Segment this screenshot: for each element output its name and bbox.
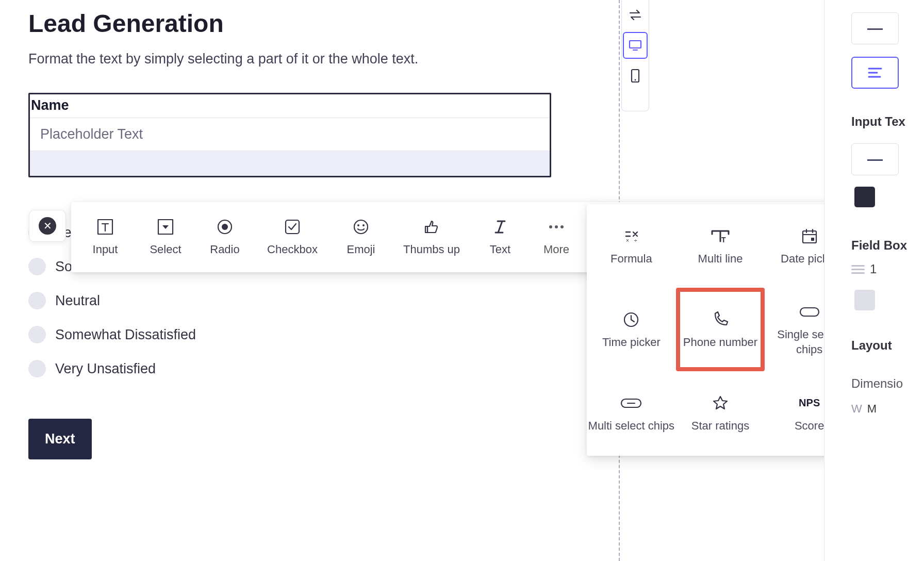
chip-minus-icon: [619, 393, 643, 414]
formula-icon: ×÷: [622, 226, 640, 246]
more-icon: [546, 218, 567, 236]
tool-input[interactable]: Input: [75, 202, 135, 272]
clock-icon: [622, 309, 640, 330]
tool-emoji[interactable]: Emoji: [331, 202, 391, 272]
color-swatch-light[interactable]: [854, 290, 875, 310]
desktop-view-button[interactable]: [623, 32, 648, 59]
field-expand-bar[interactable]: [30, 151, 550, 176]
width-input[interactable]: W M: [851, 402, 924, 416]
collapse-button[interactable]: —: [851, 143, 899, 175]
radio-option[interactable]: Somewhat Dissatisfied: [28, 326, 544, 343]
tool-multi-select-chips[interactable]: Multi select chips: [587, 371, 676, 455]
tool-thumbs-up[interactable]: Thumbs up: [391, 202, 472, 272]
tool-more[interactable]: More: [528, 202, 585, 272]
tool-label: Emoji: [346, 242, 375, 257]
svg-point-9: [357, 224, 359, 226]
radio-label: Somewhat Dissatisfied: [55, 327, 196, 343]
svg-rect-20: [800, 308, 819, 316]
svg-point-13: [560, 225, 564, 228]
nps-icon: NPS: [799, 393, 820, 414]
svg-text:×: ×: [626, 238, 629, 243]
form-title[interactable]: Lead Generation: [28, 9, 544, 38]
italic-text-icon: [489, 218, 511, 236]
device-switch-rail: [621, 0, 649, 111]
tool-label: Time picker: [602, 335, 661, 350]
radio-dot-icon: [28, 258, 46, 275]
tool-label: Text: [490, 242, 510, 257]
tool-select[interactable]: Select: [135, 202, 196, 272]
radio-dot-icon: [28, 360, 46, 377]
tool-label: Input: [93, 242, 118, 257]
tool-time-picker[interactable]: Time picker: [587, 288, 676, 371]
svg-text:÷: ÷: [634, 238, 637, 243]
nps-text: NPS: [799, 397, 820, 409]
width-value: M: [867, 402, 877, 416]
svg-point-11: [549, 225, 552, 228]
svg-point-8: [354, 220, 368, 234]
star-icon: [712, 393, 729, 414]
swap-button[interactable]: [622, 0, 649, 30]
border-width-value: 1: [870, 262, 877, 276]
tool-formula[interactable]: ×÷ Formula: [587, 204, 676, 288]
lines-icon: [851, 265, 865, 274]
radio-label: Neutral: [55, 293, 100, 309]
multiline-icon: T: [709, 226, 732, 246]
tool-star-ratings[interactable]: Star ratings: [676, 371, 765, 455]
form-subtitle[interactable]: Format the text by simply selecting a pa…: [28, 51, 544, 67]
svg-rect-0: [630, 41, 641, 48]
chip-icon: [798, 302, 821, 322]
tool-label: Thumbs up: [403, 242, 460, 257]
text-box-icon: [94, 218, 116, 236]
phone-icon: [711, 309, 730, 330]
tool-label: More: [543, 242, 569, 257]
close-icon: ✕: [39, 217, 56, 235]
border-width-row[interactable]: 1: [851, 262, 924, 276]
name-field[interactable]: Name Placeholder Text: [28, 93, 551, 177]
tool-text[interactable]: Text: [472, 202, 528, 272]
collapse-button[interactable]: —: [851, 12, 899, 44]
svg-point-12: [555, 225, 558, 228]
tool-label: Checkbox: [267, 242, 318, 257]
svg-rect-7: [286, 220, 299, 234]
field-label[interactable]: Name: [30, 94, 550, 118]
tool-label: Formula: [610, 252, 652, 267]
svg-point-6: [222, 224, 228, 230]
tool-label: Radio: [210, 242, 239, 257]
svg-rect-18: [811, 238, 814, 241]
field-placeholder[interactable]: Placeholder Text: [30, 118, 550, 151]
align-left-button[interactable]: [851, 57, 899, 89]
more-tools-panel: ×÷ Formula T Multi line Date picker Time…: [587, 204, 854, 456]
section-heading: Field Box: [851, 238, 924, 253]
tool-phone-number[interactable]: Phone number: [676, 288, 765, 371]
section-heading: Input Tex: [851, 114, 924, 129]
svg-text:T: T: [721, 236, 726, 244]
tool-checkbox[interactable]: Checkbox: [254, 202, 331, 272]
thumbs-up-icon: [421, 218, 442, 236]
tool-label: Multi select chips: [588, 419, 675, 434]
dimensions-label: Dimensio: [851, 376, 924, 391]
tool-label: Score: [795, 419, 824, 434]
radio-dot-icon: [28, 292, 46, 309]
radio-icon: [214, 218, 236, 236]
close-toolbar-button[interactable]: ✕: [29, 210, 66, 242]
svg-point-2: [635, 79, 636, 81]
radio-option[interactable]: Very Unsatisfied: [28, 360, 544, 377]
tool-label: Select: [150, 242, 181, 257]
tool-label: Star ratings: [691, 419, 750, 434]
tool-multi-line[interactable]: T Multi line: [676, 204, 765, 288]
tool-label: Phone number: [683, 335, 757, 350]
radio-dot-icon: [28, 326, 46, 343]
mobile-view-button[interactable]: [622, 61, 649, 91]
radio-option[interactable]: Neutral: [28, 292, 544, 309]
emoji-icon: [350, 218, 372, 236]
color-swatch-dark[interactable]: [854, 187, 875, 207]
radio-label: Very Unsatisfied: [55, 361, 156, 377]
width-prefix: W: [851, 402, 862, 416]
checkbox-icon: [282, 218, 303, 236]
next-button[interactable]: Next: [28, 419, 92, 459]
svg-point-10: [362, 224, 365, 226]
properties-panel: — Input Tex — Field Box 1 Layout Dimensi…: [824, 0, 924, 561]
tool-radio[interactable]: Radio: [196, 202, 254, 272]
tool-label: Multi line: [698, 252, 743, 267]
calendar-icon: [801, 226, 818, 246]
